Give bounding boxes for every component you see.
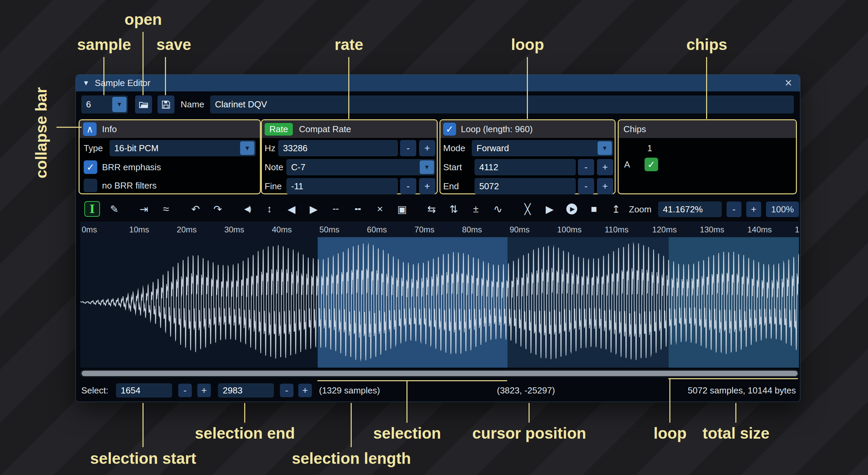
draw-button[interactable]: ✎ xyxy=(106,201,122,217)
annotation-loop-bottom: loop xyxy=(653,424,686,442)
filter-button[interactable]: ∿ xyxy=(490,201,506,217)
chevron-down-icon[interactable]: ▼ xyxy=(112,97,127,112)
fade-out-button[interactable]: ▶ xyxy=(306,201,321,217)
timeline-label: 60ms xyxy=(367,225,387,234)
annotation-line-save xyxy=(165,57,166,95)
chips-header: Chips xyxy=(619,120,796,138)
zoom-input[interactable]: 41.1672% xyxy=(658,201,722,217)
no-brr-filters-checkbox[interactable] xyxy=(84,179,97,192)
insert-silence-icon: ╌ xyxy=(333,203,339,215)
annotation-line-selection xyxy=(406,380,407,423)
apply-silence-button[interactable]: ╍ xyxy=(350,201,366,217)
name-value: Clarinet DQV xyxy=(215,99,267,110)
fine-value: -11 xyxy=(291,181,303,192)
note-dropdown[interactable]: C-7 ▼ xyxy=(286,159,435,175)
annotation-cursor-position: cursor position xyxy=(472,424,586,442)
hz-input[interactable]: 33286 xyxy=(278,140,398,156)
resize-icon: ⇥ xyxy=(139,203,148,215)
hz-value: 33286 xyxy=(283,143,307,154)
normalize-button[interactable]: ↕ xyxy=(262,201,277,217)
brr-emphasis-checkbox[interactable]: ✓ xyxy=(84,160,97,174)
fade-in-button[interactable]: ◀ xyxy=(284,201,299,217)
window-collapse-icon[interactable]: ▼ xyxy=(83,79,89,87)
chip-a-checkbox[interactable]: ✓ xyxy=(645,158,658,171)
chevron-down-icon[interactable]: ▼ xyxy=(598,141,612,155)
sample-selector[interactable]: 6 ▼ xyxy=(81,95,128,113)
timeline-label: 70ms xyxy=(415,225,435,234)
stop-button[interactable]: ■ xyxy=(586,201,602,217)
select-label: Select: xyxy=(81,382,108,399)
resize-button[interactable]: ⇥ xyxy=(136,201,152,217)
waveform-canvas[interactable] xyxy=(80,237,799,368)
zoom-out-button[interactable]: - xyxy=(727,201,741,217)
hz-minus-button[interactable]: - xyxy=(400,140,416,156)
fade-out-icon: ▶ xyxy=(310,203,317,215)
loop-end-minus-button[interactable]: - xyxy=(578,178,594,194)
amplify-button[interactable]: ◀) xyxy=(239,201,255,217)
sign-invert-button[interactable]: ± xyxy=(468,201,484,217)
close-icon[interactable]: × xyxy=(782,76,795,90)
waveform-view[interactable] xyxy=(80,237,799,368)
undo-button[interactable]: ↶ xyxy=(188,201,203,217)
selection-end-input[interactable]: 2983 xyxy=(218,383,274,398)
selection-end-plus-button[interactable]: + xyxy=(298,384,312,397)
play-circle-icon: ▶ xyxy=(566,204,577,214)
chevron-down-icon[interactable]: ▼ xyxy=(240,141,254,155)
timeline-ruler: 0ms10ms20ms30ms40ms50ms60ms70ms80ms90ms1… xyxy=(80,222,799,238)
selection-start-minus-button[interactable]: - xyxy=(178,384,192,397)
annotation-collapse-bar: collapse bar xyxy=(32,76,50,178)
selection-start-plus-button[interactable]: + xyxy=(197,384,211,397)
save-button[interactable] xyxy=(157,95,174,113)
insert-silence-button[interactable]: ╌ xyxy=(328,201,344,217)
reverse-button[interactable]: ⇆ xyxy=(424,201,439,217)
crossfade-button[interactable]: ╳ xyxy=(520,201,535,217)
timeline-label: 20ms xyxy=(177,225,197,234)
edit-cursor-button[interactable]: I xyxy=(84,201,100,217)
loop-mode-dropdown[interactable]: Forward ▼ xyxy=(472,140,613,156)
upload-button[interactable]: ↥ xyxy=(608,201,624,217)
annotation-bracket-selection xyxy=(317,380,507,381)
selection-end-minus-button[interactable]: - xyxy=(280,384,294,397)
rate-badge: Rate xyxy=(265,123,293,136)
loop-start-minus-button[interactable]: - xyxy=(578,159,594,175)
type-dropdown[interactable]: 16-bit PCM ▼ xyxy=(110,140,256,156)
invert-button[interactable]: ⇅ xyxy=(446,201,462,217)
loop-start-input[interactable]: 4112 xyxy=(474,159,576,175)
rate-title: Compat Rate xyxy=(299,124,351,135)
selection-start-input[interactable]: 1654 xyxy=(116,383,172,398)
delete-icon: × xyxy=(377,203,383,215)
waveform-scrollbar[interactable] xyxy=(80,370,799,377)
loop-start-plus-button[interactable]: + xyxy=(597,159,613,175)
draw-icon: ✎ xyxy=(110,203,118,215)
zoom-in-button[interactable]: + xyxy=(746,201,761,217)
no-brr-filters-label: no BRR filters xyxy=(102,179,156,192)
redo-button[interactable]: ↷ xyxy=(210,201,226,217)
collapse-bar-button[interactable]: ∧ xyxy=(83,122,97,136)
annotation-line-selection-end xyxy=(244,403,245,423)
trim-icon: ▣ xyxy=(397,203,407,215)
preview-button[interactable]: ▶ xyxy=(542,201,557,217)
loop-end-input[interactable]: 5072 xyxy=(474,178,576,194)
trim-button[interactable]: ▣ xyxy=(394,201,410,217)
info-header[interactable]: ∧ Info xyxy=(80,120,260,138)
fine-plus-button[interactable]: + xyxy=(419,178,435,194)
resample-button[interactable]: ≈ xyxy=(158,201,174,217)
hz-plus-button[interactable]: + xyxy=(419,140,435,156)
zoom-reset-button[interactable]: 100% xyxy=(766,201,799,217)
waveform-scrollbar-thumb[interactable] xyxy=(82,371,798,376)
title-bar[interactable]: ▼ Sample Editor × xyxy=(76,75,800,91)
play-circle-button[interactable]: ▶ xyxy=(564,201,580,217)
timeline-label: 130ms xyxy=(700,225,724,234)
chevron-down-icon[interactable]: ▼ xyxy=(420,160,434,174)
annotation-loop-top: loop xyxy=(511,35,544,54)
loop-enable-checkbox[interactable]: ✓ xyxy=(443,123,456,136)
loop-end-label: End xyxy=(443,178,459,194)
name-label: Name xyxy=(181,95,204,113)
delete-button[interactable]: × xyxy=(372,201,388,217)
fine-minus-button[interactable]: - xyxy=(400,178,416,194)
open-button[interactable] xyxy=(135,95,152,113)
loop-end-plus-button[interactable]: + xyxy=(597,178,613,194)
annotation-line-cursor-position xyxy=(529,403,530,423)
edit-cursor-icon: I xyxy=(89,202,95,216)
fine-input[interactable]: -11 xyxy=(286,178,398,194)
